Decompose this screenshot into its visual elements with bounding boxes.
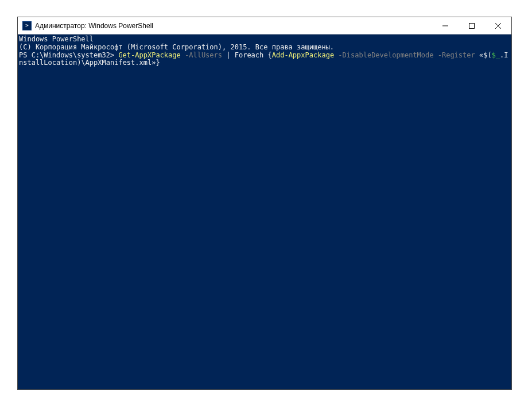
parameter: -DisableDevelopmentMode bbox=[334, 51, 433, 59]
terminal-command-line: PS C:\Windows\system32> Get-AppXPackage … bbox=[19, 52, 511, 68]
powershell-icon bbox=[22, 21, 32, 30]
terminal-line: (C) Корпорация Майкрософт (Microsoft Cor… bbox=[19, 44, 511, 52]
close-button[interactable] bbox=[485, 17, 511, 34]
terminal-output[interactable]: Windows PowerShell(C) Корпорация Майкрос… bbox=[18, 34, 511, 389]
powershell-window: Администратор: Windows PowerShell Window… bbox=[17, 17, 512, 390]
parameter: -AllUsers bbox=[181, 51, 222, 59]
variable: $_ bbox=[492, 51, 500, 59]
path-text: \AppXManifest.xml bbox=[81, 59, 152, 67]
titlebar[interactable]: Администратор: Windows PowerShell bbox=[18, 17, 511, 34]
brace: } bbox=[156, 59, 160, 67]
keyword: Foreach bbox=[235, 51, 264, 59]
prompt: PS C:\Windows\system32> bbox=[19, 51, 118, 59]
window-controls bbox=[432, 17, 511, 34]
cmdlet: Get-AppXPackage bbox=[118, 51, 180, 59]
cmdlet: Add-AppxPackage bbox=[272, 51, 334, 59]
window-title: Администратор: Windows PowerShell bbox=[35, 22, 432, 30]
parameter: -Register bbox=[434, 51, 475, 59]
terminal-line: Windows PowerShell bbox=[19, 36, 511, 44]
svg-rect-1 bbox=[469, 23, 475, 28]
minimize-button[interactable] bbox=[432, 17, 459, 34]
brace: { bbox=[263, 51, 271, 59]
quote: « bbox=[475, 51, 483, 59]
maximize-button[interactable] bbox=[459, 17, 485, 34]
subexpr: $( bbox=[483, 51, 491, 59]
pipe: | bbox=[222, 51, 235, 59]
